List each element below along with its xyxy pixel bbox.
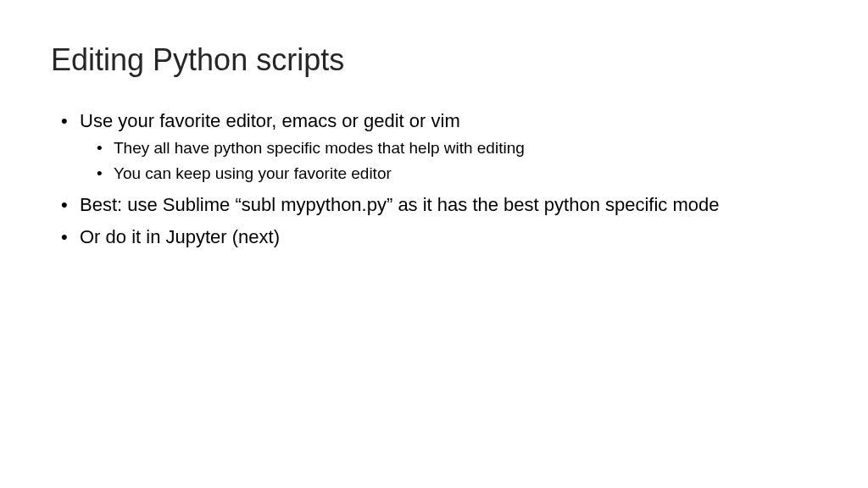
list-item: Or do it in Jupyter (next) [76,225,817,250]
list-item: You can keep using your favorite editor [110,163,817,186]
list-item: Best: use Sublime “subl mypython.py” as … [76,192,817,218]
bullet-text: You can keep using your favorite editor [114,164,392,182]
list-item: They all have python specific modes that… [110,137,817,160]
bullet-list: Use your favorite editor, emacs or gedit… [51,108,817,249]
bullet-text: Use your favorite editor, emacs or gedit… [80,110,460,131]
bullet-text: Best: use Sublime “subl mypython.py” as … [80,194,720,215]
bullet-text: They all have python specific modes that… [114,139,525,157]
sub-bullet-list: They all have python specific modes that… [80,137,817,186]
list-item: Use your favorite editor, emacs or gedit… [76,108,817,186]
bullet-text: Or do it in Jupyter (next) [80,226,280,247]
slide-title: Editing Python scripts [51,42,817,78]
